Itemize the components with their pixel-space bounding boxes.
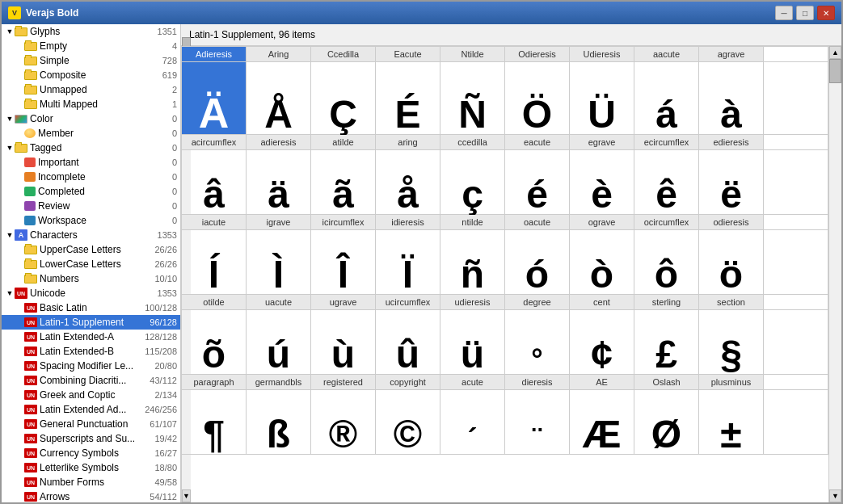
glyph-cell-aring2[interactable]: å [376, 150, 440, 215]
glyph-cell-sterling[interactable]: £ [634, 310, 699, 375]
glyph-cell-ccedilla2[interactable]: ç [440, 150, 505, 215]
glyph-char: ç [462, 172, 483, 214]
glyph-cell-ucircumflex[interactable]: û [376, 310, 440, 375]
sidebar-item-basiclatin[interactable]: UN Basic Latin 100/128 [2, 300, 180, 315]
sidebar-item-member[interactable]: Member 0 [2, 126, 180, 141]
glyph-cell-uacute[interactable]: ú [247, 310, 311, 375]
glyph-cell-ocircumflex[interactable]: ô [634, 230, 699, 295]
glyph-cell-odieresis2[interactable]: ö [699, 230, 764, 295]
glyph-cell-edieresis[interactable]: ë [699, 150, 764, 215]
glyph-cell-dieresis[interactable]: ¨ [505, 390, 570, 455]
glyph-cell-ecircumflex[interactable]: ê [634, 150, 699, 215]
sidebar-item-important[interactable]: Important 0 [2, 155, 180, 170]
sidebar-item-spacingmod[interactable]: UN Spacing Modifier Le... 20/80 [2, 359, 180, 373]
sidebar-item-multimapped[interactable]: Multi Mapped 1 [2, 97, 180, 111]
sidebar-item-currency[interactable]: UN Currency Symbols 16/27 [2, 446, 180, 460]
glyph-cell-ugrave[interactable]: ù [311, 310, 376, 375]
glyph-cell-ntilde2[interactable]: ñ [440, 230, 505, 295]
glyph-cell-ae[interactable]: Æ [570, 390, 634, 455]
sidebar-item-uppercase[interactable]: UpperCase Letters 26/26 [2, 242, 180, 257]
panel-scroll-down[interactable]: ▼ [829, 489, 841, 502]
sidebar-item-review[interactable]: Review 0 [2, 199, 180, 213]
sidebar-item-latinextA[interactable]: UN Latin Extended-A 128/128 [2, 330, 180, 344]
glyph-cell-adieresis2[interactable]: ä [247, 150, 311, 215]
sidebar-count: 2/134 [154, 390, 177, 400]
sidebar-item-letterlike[interactable]: UN Letterlike Symbols 18/80 [2, 460, 180, 475]
glyph-cell-aring[interactable]: Å [247, 62, 311, 135]
sidebar-count: 1 [172, 99, 177, 109]
glyph-cell-eacute[interactable]: É [376, 62, 440, 135]
sidebar-item-workspace[interactable]: Workspace 0 [2, 213, 180, 228]
glyph-cell-idieresis[interactable]: Ï [376, 230, 440, 295]
sidebar-item-completed[interactable]: Completed 0 [2, 184, 180, 199]
glyph-cell-plusminus[interactable]: ± [699, 390, 764, 455]
sidebar-item-numberforms[interactable]: UN Number Forms 49/58 [2, 475, 180, 489]
glyph-cell-copyright[interactable]: © [376, 390, 440, 455]
sidebar-item-simple[interactable]: Simple 728 [2, 53, 180, 68]
title-bar: V Verajs Bold ─ □ ✕ [2, 2, 841, 24]
sidebar-item-superscripts[interactable]: UN Superscripts and Su... 19/42 [2, 431, 180, 446]
sidebar-item-unicode[interactable]: ▼ UN Unicode 1353 [2, 286, 180, 300]
glyph-char: û [396, 332, 419, 374]
sidebar-item-empty[interactable]: Empty 4 [2, 39, 180, 53]
expand-icon: ▼ [5, 114, 15, 124]
glyph-cell-egrave[interactable]: è [570, 150, 634, 215]
glyph-cell-acute[interactable]: ´ [440, 390, 505, 455]
sidebar-item-latin1supp[interactable]: UN Latin-1 Supplement 96/128 [2, 315, 180, 330]
glyph-cell-odieresis[interactable]: Ö [505, 62, 570, 135]
sidebar-item-tagged[interactable]: ▼ Tagged 0 [2, 141, 180, 155]
glyph-cell-cent[interactable]: ¢ [570, 310, 634, 375]
glyph-cell-acircumflex[interactable]: â [182, 150, 247, 215]
glyph-cell-ccedilla[interactable]: Ç [311, 62, 376, 135]
panel-scroll-thumb[interactable] [829, 59, 841, 83]
glyph-cell-degree[interactable]: ° [505, 310, 570, 375]
glyph-cell-registered[interactable]: ® [311, 390, 376, 455]
glyph-cell-udieresis[interactable]: Ü [570, 62, 634, 135]
glyph-cell-section[interactable]: § [699, 310, 764, 375]
sidebar-item-color[interactable]: ▼ Color 0 [2, 111, 180, 126]
sidebar-item-combdiac[interactable]: UN Combining Diacriti... 43/112 [2, 373, 180, 388]
minimize-button[interactable]: ─ [775, 6, 793, 20]
maximize-button[interactable]: □ [796, 6, 814, 20]
sidebar-item-greekcoptic[interactable]: UN Greek and Coptic 2/134 [2, 388, 180, 402]
sidebar-item-latinextad[interactable]: UN Latin Extended Ad... 246/256 [2, 402, 180, 417]
sidebar-item-glyphs[interactable]: ▼ Glyphs 1351 [2, 24, 180, 39]
glyph-cell-udieresis2[interactable]: ü [440, 310, 505, 375]
close-button[interactable]: ✕ [817, 6, 835, 20]
glyph-cell-igrave[interactable]: Ì [247, 230, 311, 295]
folder-icon [24, 71, 37, 80]
sidebar-item-incomplete[interactable]: Incomplete 0 [2, 170, 180, 184]
glyph-cell-ograve[interactable]: ò [570, 230, 634, 295]
glyph-cell-oslash[interactable]: Ø [634, 390, 699, 455]
sidebar-item-characters[interactable]: ▼ A Characters 1353 [2, 228, 180, 242]
glyph-cell-aacute[interactable]: á [634, 62, 699, 135]
sidebar-item-latinextB[interactable]: UN Latin Extended-B 115/208 [2, 344, 180, 359]
glyph-cell-germandbls[interactable]: ß [247, 390, 311, 455]
sidebar-label: Incomplete [38, 171, 172, 183]
spacer [15, 477, 24, 487]
glyph-cell-otilde[interactable]: õ [182, 310, 247, 375]
glyph-cell-oacute[interactable]: ó [505, 230, 570, 295]
spacer [15, 448, 24, 458]
sidebar-item-lowercase[interactable]: LowerCase Letters 26/26 [2, 257, 180, 271]
glyph-grid-container[interactable]: Adieresis Aring Ccedilla Eacute Ntilde O… [181, 46, 828, 502]
glyph-cell-iacute[interactable]: Í [182, 230, 247, 295]
sidebar-label: Arrows [40, 491, 150, 502]
sidebar-item-numbers[interactable]: Numbers 10/10 [2, 271, 180, 286]
glyph-cell-eacute2[interactable]: é [505, 150, 570, 215]
sidebar-item-unmapped[interactable]: Unmapped 2 [2, 82, 180, 97]
spacer [15, 56, 24, 65]
sidebar-item-composite[interactable]: Composite 619 [2, 68, 180, 82]
panel-scroll-up[interactable]: ▲ [829, 46, 841, 59]
glyph-char: ë [720, 172, 742, 214]
glyph-char: ä [268, 172, 289, 214]
sidebar-item-arrows[interactable]: UN Arrows 54/112 [2, 489, 180, 502]
glyph-cell-agrave[interactable]: à [699, 62, 764, 135]
glyph-cell-adieresis[interactable]: Ä [182, 62, 247, 135]
glyph-cell-icircumflex[interactable]: Î [311, 230, 376, 295]
sidebar-count: 96/128 [150, 317, 177, 327]
glyph-cell-paragraph[interactable]: ¶ [182, 390, 247, 455]
glyph-cell-ntilde[interactable]: Ñ [440, 62, 505, 135]
glyph-cell-atilde[interactable]: ã [311, 150, 376, 215]
sidebar-item-genpunct[interactable]: UN General Punctuation 61/107 [2, 417, 180, 431]
